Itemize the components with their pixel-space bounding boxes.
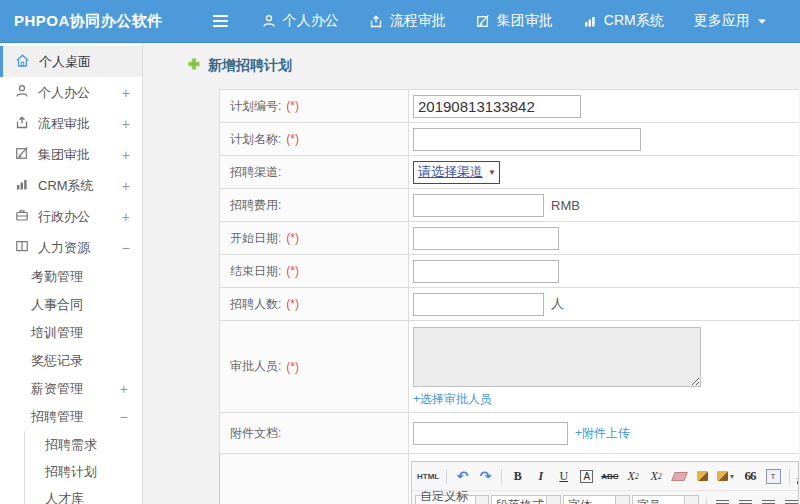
home-icon	[15, 53, 30, 71]
expand-plus-icon[interactable]: +	[122, 178, 130, 194]
end-date-input[interactable]	[413, 260, 559, 283]
attachment-input[interactable]	[413, 422, 568, 445]
caret-down-icon: ▼	[615, 496, 629, 504]
form-row-plan-number: 计划编号: (*)	[220, 90, 799, 123]
sidebar-item-hr-contract[interactable]: 人事合同	[0, 291, 142, 319]
sidebar-item-attendance[interactable]: 考勤管理	[0, 263, 142, 291]
field-label: 招聘费用:	[230, 197, 281, 214]
expand-plus-icon[interactable]: +	[122, 209, 130, 225]
align-right-icon[interactable]	[758, 495, 779, 504]
sidebar-item-training[interactable]: 培训管理	[0, 319, 142, 347]
format-painter-icon[interactable]: ▼	[715, 466, 738, 486]
plan-name-input[interactable]	[413, 128, 641, 151]
caret-down-icon: ▼	[488, 168, 496, 177]
unit-suffix: 人	[551, 295, 564, 313]
expand-plus-icon[interactable]: +	[122, 147, 130, 163]
start-date-input[interactable]	[413, 227, 559, 250]
edit-icon	[476, 14, 490, 28]
hamburger-menu-icon[interactable]	[213, 15, 228, 27]
sidebar-item-recruit-demand[interactable]: 招聘需求	[25, 431, 142, 458]
process-icon	[369, 14, 383, 28]
italic-button[interactable]: I	[530, 466, 551, 486]
top-menu-crm[interactable]: CRM系统	[583, 12, 664, 30]
expand-plus-icon[interactable]: +	[120, 381, 128, 397]
collapse-minus-icon[interactable]: −	[122, 240, 130, 256]
form-row-end-date: 结束日期: (*)	[220, 255, 799, 288]
collapse-minus-icon[interactable]: −	[120, 409, 128, 425]
blockquote-button[interactable]: 66	[740, 466, 761, 486]
field-label: 结束日期:	[230, 263, 281, 280]
subscript-button[interactable]: X2	[646, 466, 667, 486]
autotypeset-button[interactable]: A	[580, 470, 593, 483]
field-label: 计划名称:	[230, 131, 281, 148]
sidebar-item-salary[interactable]: 薪资管理+	[0, 375, 142, 403]
sidebar-item-recruit-plan[interactable]: 招聘计划	[25, 458, 142, 485]
required-marker: (*)	[286, 231, 299, 245]
strikethrough-button[interactable]: ABC	[599, 466, 620, 486]
sidebar-item-group-approval[interactable]: 集团审批 +	[0, 139, 142, 170]
source-code-button[interactable]: HTML	[415, 466, 441, 486]
font-color-button[interactable]: A▼	[795, 466, 799, 486]
editor-toolbar-row2: 自定义标题▼ 段落格式▼ 字体▼ 字号▼ ∞	[412, 491, 798, 504]
cost-input[interactable]	[413, 194, 544, 217]
paste-icon[interactable]: T	[763, 466, 784, 486]
top-menu-process-approval[interactable]: 流程审批	[369, 12, 446, 30]
form-row-cost: 招聘费用: RMB	[220, 189, 799, 222]
required-marker: (*)	[286, 264, 299, 278]
top-menu-more-apps[interactable]: 更多应用	[694, 12, 767, 30]
paragraph-format-dropdown[interactable]: 段落格式▼	[491, 495, 561, 504]
required-marker: (*)	[286, 360, 299, 374]
top-menu-personal-office[interactable]: 个人办公	[262, 12, 339, 30]
plus-icon	[187, 57, 201, 75]
underline-button[interactable]: U	[553, 466, 574, 486]
sidebar-item-crm[interactable]: CRM系统 +	[0, 170, 142, 201]
sidebar-item-process-approval[interactable]: 流程审批 +	[0, 108, 142, 139]
select-approvers-link[interactable]: +选择审批人员	[413, 391, 492, 408]
user-icon	[262, 14, 276, 28]
align-center-icon[interactable]	[735, 495, 756, 504]
sidebar-item-personal-office[interactable]: 个人办公 +	[0, 77, 142, 108]
caret-down-icon: ▼	[546, 496, 560, 504]
expand-plus-icon[interactable]: +	[122, 85, 130, 101]
bold-button[interactable]: B	[507, 466, 528, 486]
format-brush-icon[interactable]	[692, 466, 713, 486]
top-navbar: PHPOA协同办公软件 个人办公 流程审批 集团审批 CRM系统 更多应用	[0, 0, 800, 42]
undo-icon[interactable]: ↶	[452, 466, 473, 486]
sidebar-item-hr[interactable]: 人力资源 −	[0, 232, 142, 263]
main-content: 新增招聘计划 计划编号: (*) 计划名称: (*)	[143, 43, 800, 504]
expand-plus-icon[interactable]: +	[122, 116, 130, 132]
sidebar-item-admin-office[interactable]: 行政办公 +	[0, 201, 142, 232]
sidebar-item-recruit-mgmt[interactable]: 招聘管理−	[0, 403, 142, 431]
field-label: 招聘渠道:	[230, 164, 281, 181]
edit-icon	[15, 146, 29, 163]
briefcase-icon	[15, 208, 29, 225]
sidebar-item-talent-pool[interactable]: 人才库	[25, 485, 142, 504]
eraser-icon[interactable]	[669, 466, 690, 486]
font-size-dropdown[interactable]: 字号▼	[632, 495, 699, 504]
font-family-dropdown[interactable]: 字体▼	[563, 495, 630, 504]
sidebar-item-rewards[interactable]: 奖惩记录	[0, 347, 142, 375]
headcount-input[interactable]	[413, 293, 544, 316]
field-label: 开始日期:	[230, 230, 281, 247]
redo-icon[interactable]: ↷	[475, 466, 496, 486]
recruitment-plan-form: 计划编号: (*) 计划名称: (*) 招聘渠道:	[219, 89, 799, 504]
form-row-channel: 招聘渠道: 请选择渠道 ▼	[220, 156, 799, 189]
form-row-approvers: 审批人员: (*) +选择审批人员	[220, 321, 799, 413]
sidebar: 个人桌面 个人办公 + 流程审批 + 集团审批 + CRM系统 +	[0, 43, 143, 504]
chart-icon	[583, 14, 597, 28]
currency-suffix: RMB	[551, 198, 580, 213]
align-justify-icon[interactable]	[781, 495, 798, 504]
custom-title-dropdown[interactable]: 自定义标题▼	[415, 495, 489, 504]
plan-number-input[interactable]	[413, 95, 581, 118]
app-logo: PHPOA协同办公软件	[0, 12, 177, 31]
top-menu-group-approval[interactable]: 集团审批	[476, 12, 553, 30]
sidebar-item-personal-desktop[interactable]: 个人桌面	[0, 46, 142, 77]
attachment-upload-link[interactable]: +附件上传	[575, 425, 630, 442]
channel-select[interactable]: 请选择渠道 ▼	[413, 161, 500, 184]
superscript-button[interactable]: X2	[623, 466, 644, 486]
approvers-textarea[interactable]	[413, 327, 701, 387]
form-row-start-date: 开始日期: (*)	[220, 222, 799, 255]
required-marker: (*)	[286, 297, 299, 311]
caret-down-icon	[757, 18, 767, 25]
align-left-icon[interactable]	[712, 495, 733, 504]
